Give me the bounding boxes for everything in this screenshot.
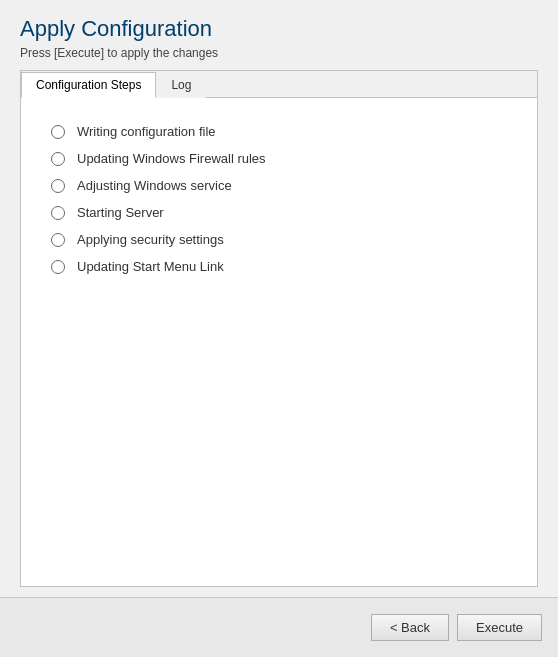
tab-log[interactable]: Log [156,72,206,98]
back-button[interactable]: < Back [371,614,449,641]
step-radio-2 [51,152,65,166]
footer: < Back Execute [0,597,558,657]
tab-content-configuration-steps: Writing configuration file Updating Wind… [21,98,537,586]
step-radio-5 [51,233,65,247]
list-item: Starting Server [51,199,507,226]
tab-container: Configuration Steps Log Writing configur… [20,70,538,587]
step-label-1: Writing configuration file [77,124,216,139]
step-label-5: Applying security settings [77,232,224,247]
list-item: Updating Start Menu Link [51,253,507,280]
tab-bar: Configuration Steps Log [21,71,537,98]
step-label-3: Adjusting Windows service [77,178,232,193]
list-item: Updating Windows Firewall rules [51,145,507,172]
steps-list: Writing configuration file Updating Wind… [51,118,507,280]
subtitle: Press [Execute] to apply the changes [20,46,538,60]
step-radio-6 [51,260,65,274]
page-title: Apply Configuration [20,16,538,42]
execute-button[interactable]: Execute [457,614,542,641]
step-label-6: Updating Start Menu Link [77,259,224,274]
step-label-2: Updating Windows Firewall rules [77,151,266,166]
step-radio-4 [51,206,65,220]
step-radio-1 [51,125,65,139]
main-container: Apply Configuration Press [Execute] to a… [0,0,558,657]
content-area: Apply Configuration Press [Execute] to a… [0,0,558,597]
list-item: Writing configuration file [51,118,507,145]
step-radio-3 [51,179,65,193]
list-item: Applying security settings [51,226,507,253]
tab-configuration-steps[interactable]: Configuration Steps [21,72,156,98]
list-item: Adjusting Windows service [51,172,507,199]
step-label-4: Starting Server [77,205,164,220]
